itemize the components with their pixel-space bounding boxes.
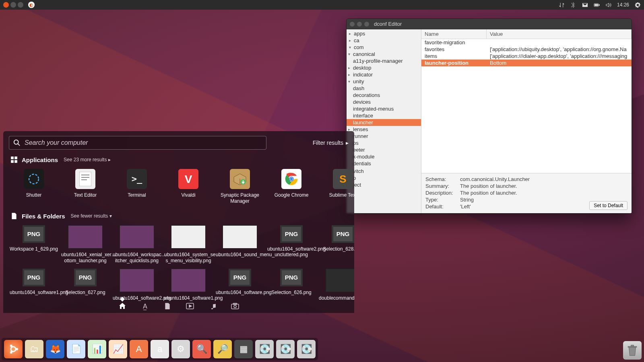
svg-rect-9: [79, 172, 91, 186]
lens-music[interactable]: [208, 302, 217, 311]
tree-node[interactable]: ▾com: [347, 44, 421, 51]
files-header[interactable]: Files & Folders See fewer results ▾: [10, 212, 347, 220]
tree-node[interactable]: ject: [347, 181, 421, 188]
launcher-lens[interactable]: 🔎: [213, 340, 232, 358]
bluetooth-icon[interactable]: [570, 2, 576, 8]
tree-node[interactable]: ▸desktop: [347, 64, 421, 71]
tree-node[interactable]: decorations: [347, 92, 421, 99]
tree-node[interactable]: o: [347, 175, 421, 181]
volume-icon[interactable]: [605, 2, 611, 8]
app-label: Text Editor: [61, 192, 109, 204]
search-box[interactable]: [9, 136, 266, 150]
section-title: Applications: [22, 156, 58, 163]
svg-point-17: [234, 305, 236, 308]
tree-node[interactable]: ▸ca: [347, 37, 421, 44]
file-tile[interactable]: ubuntu1604_system_se…s_menu_visibility.p…: [163, 224, 213, 265]
ubuntu-button[interactable]: [4, 340, 23, 358]
lens-apps[interactable]: A̲: [140, 302, 149, 311]
clock[interactable]: 14:26: [617, 2, 629, 8]
launcher-workspace[interactable]: ▦: [234, 340, 253, 358]
launcher-calc[interactable]: 📊: [88, 340, 106, 358]
col-name[interactable]: Name: [421, 29, 487, 39]
app-tile[interactable]: Synaptic Package Manager: [215, 167, 265, 206]
table-row[interactable]: favorite-migration: [421, 39, 632, 46]
gear-icon[interactable]: [635, 2, 641, 8]
tree-node[interactable]: ▸lenses: [347, 126, 421, 133]
launcher-files[interactable]: 🗂: [25, 340, 43, 358]
col-value[interactable]: Value: [487, 29, 632, 39]
expand-icon: ▾: [349, 45, 353, 49]
tree-node[interactable]: integrated-menus: [347, 105, 421, 112]
app-tile[interactable]: >_ Terminal: [112, 167, 162, 206]
window-titlebar[interactable]: dconf Editor: [347, 19, 632, 29]
tree-node[interactable]: dentials: [347, 160, 421, 167]
launcher-search[interactable]: 🔍: [192, 340, 211, 358]
window-close-icon[interactable]: [3, 2, 9, 8]
file-tile[interactable]: ubuntu1604_sound_menu_uncluttered.png: [215, 224, 265, 265]
svg-rect-4: [11, 156, 14, 159]
launcher-firefox[interactable]: 🦊: [46, 340, 64, 358]
app-tile[interactable]: S Sublime Text: [318, 167, 354, 206]
lens-video[interactable]: [186, 302, 194, 311]
tree-node[interactable]: vitch: [347, 168, 421, 175]
table-row[interactable]: favorites ['application://ubiquity.deskt…: [421, 46, 632, 53]
tree-node[interactable]: ▾canonical: [347, 51, 421, 58]
tree-node[interactable]: ▸indicator: [347, 71, 421, 78]
tree-node[interactable]: ps: [347, 140, 421, 146]
tree-node[interactable]: k-module: [347, 153, 421, 160]
schema-tree[interactable]: ▸apps ▸ca ▾com ▾canonical a11y-profile-m…: [347, 29, 421, 213]
launcher-writer[interactable]: 📄: [67, 340, 85, 358]
expand-icon: ▸: [348, 72, 352, 77]
launcher-disk2[interactable]: 💽: [276, 340, 295, 358]
key-name: items: [421, 53, 487, 60]
tree-node[interactable]: ▸apps: [347, 30, 421, 37]
lens-bar: A̲: [3, 302, 354, 311]
launcher-amazon[interactable]: a: [151, 340, 169, 358]
search-input[interactable]: [25, 139, 262, 146]
tree-node[interactable]: ▾unity: [347, 78, 421, 85]
file-tile[interactable]: PNG Selection_628.png: [318, 224, 354, 265]
app-tile[interactable]: Google Chrome: [266, 167, 316, 206]
launcher-disk3[interactable]: 💽: [297, 340, 316, 358]
tree-node[interactable]: devices: [347, 99, 421, 105]
launcher-impress[interactable]: 📈: [109, 340, 127, 358]
tree-node[interactable]: runner: [347, 133, 421, 140]
network-icon[interactable]: [559, 2, 565, 8]
close-icon[interactable]: [350, 22, 355, 27]
tree-node[interactable]: eeter: [347, 146, 421, 153]
see-more-apps[interactable]: See 23 more results ▸: [64, 157, 111, 162]
file-tile[interactable]: ubuntu1604_workspac…itcher_quicklists.pn…: [112, 224, 162, 265]
key-table: Name Value favorite-migration favorites …: [421, 29, 632, 213]
file-tile[interactable]: PNG Workspace 1_629.png: [9, 224, 59, 265]
app-tile[interactable]: Shutter: [9, 167, 59, 206]
see-fewer-files[interactable]: See fewer results ▾: [71, 213, 112, 219]
lens-files[interactable]: [163, 302, 172, 311]
tree-node[interactable]: interface: [347, 112, 421, 119]
min-icon[interactable]: [357, 22, 362, 27]
trash-icon[interactable]: [623, 341, 642, 360]
app-label: Vivaldi: [164, 192, 213, 204]
file-tile[interactable]: PNG ubuntu1604_software2.png: [266, 224, 316, 265]
launcher-settings[interactable]: ⚙: [171, 340, 190, 358]
battery-icon[interactable]: [594, 2, 600, 8]
tree-node[interactable]: dash: [347, 85, 421, 92]
mail-icon[interactable]: [582, 2, 588, 8]
max-icon[interactable]: [364, 22, 369, 27]
tree-node[interactable]: launcher: [347, 119, 421, 126]
filter-results[interactable]: Filter results ▸: [313, 140, 349, 146]
launcher-disk1[interactable]: 💽: [255, 340, 274, 358]
table-row[interactable]: items ['application:///dialer-app.deskto…: [421, 53, 632, 60]
lens-home[interactable]: [118, 302, 127, 311]
app-tile[interactable]: Text Editor: [60, 167, 110, 206]
app-tile[interactable]: V Vivaldi: [163, 167, 213, 206]
applications-header[interactable]: Applications See 23 more results ▸: [10, 156, 347, 163]
dash-app-icon: ◐: [28, 2, 35, 8]
window-max-icon[interactable]: [18, 2, 23, 8]
lens-photos[interactable]: [231, 302, 239, 311]
launcher-software[interactable]: A: [130, 340, 148, 358]
file-tile[interactable]: ubuntu1604_xenial_xer…ottom_launcher.png: [60, 224, 110, 265]
table-row[interactable]: launcher-position Bottom: [421, 60, 632, 66]
set-to-default-button[interactable]: Set to Default: [589, 201, 627, 210]
window-min-icon[interactable]: [10, 2, 16, 8]
tree-node[interactable]: a11y-profile-manager: [347, 58, 421, 64]
